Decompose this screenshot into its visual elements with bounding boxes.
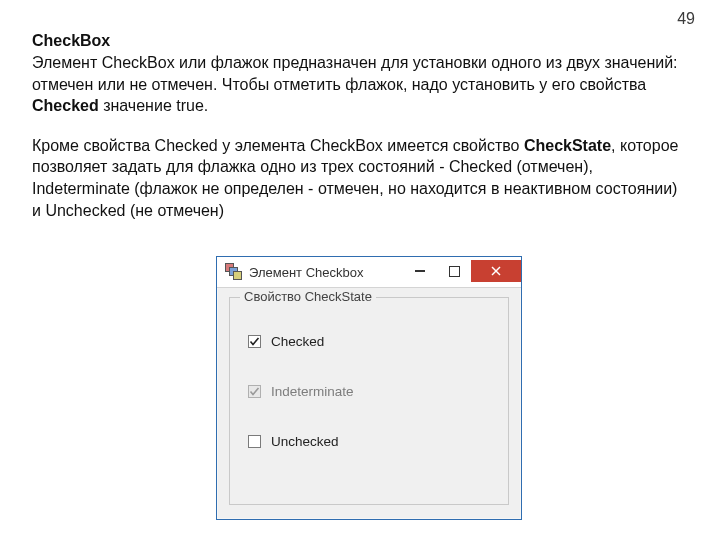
maximize-button[interactable] [437, 260, 471, 282]
document-body: CheckBox Элемент CheckBox или флажок пре… [32, 32, 688, 239]
checkbox-indeterminate[interactable] [248, 385, 261, 398]
app-icon [225, 263, 243, 281]
close-icon [491, 266, 501, 276]
groupbox-checkstate: Свойство CheckState Checked Indeterminat… [229, 297, 509, 505]
minimize-button[interactable] [403, 260, 437, 282]
paragraph-1-text-a: Элемент CheckBox или флажок предназначен… [32, 54, 678, 93]
checkbox-label-indeterminate: Indeterminate [271, 384, 354, 399]
window-title: Элемент Checkbox [249, 265, 363, 280]
paragraph-1-bold: Checked [32, 97, 99, 114]
page-number: 49 [677, 10, 695, 28]
checkmark-icon [249, 336, 260, 347]
checkbox-row-unchecked[interactable]: Unchecked [248, 434, 339, 449]
checkbox-label-checked: Checked [271, 334, 324, 349]
checkbox-label-unchecked: Unchecked [271, 434, 339, 449]
groupbox-title: Свойство CheckState [240, 289, 376, 304]
heading-checkbox: CheckBox [32, 32, 688, 50]
paragraph-1-text-b: значение true. [99, 97, 209, 114]
titlebar[interactable]: Элемент Checkbox [217, 257, 521, 288]
window-client-area: Свойство CheckState Checked Indeterminat… [217, 287, 521, 519]
checkbox-row-checked[interactable]: Checked [248, 334, 324, 349]
minimize-icon [415, 270, 425, 272]
example-window: Элемент Checkbox Свойство CheckState [216, 256, 522, 520]
checkbox-row-indeterminate[interactable]: Indeterminate [248, 384, 354, 399]
paragraph-2: Кроме свойства Checked у элемента CheckB… [32, 135, 688, 221]
checkbox-checked[interactable] [248, 335, 261, 348]
paragraph-1: Элемент CheckBox или флажок предназначен… [32, 52, 688, 117]
maximize-icon [449, 266, 460, 277]
checkmark-icon [249, 386, 260, 397]
checkbox-unchecked[interactable] [248, 435, 261, 448]
paragraph-2-text-a: Кроме свойства Checked у элемента CheckB… [32, 137, 524, 154]
paragraph-2-bold: CheckState [524, 137, 611, 154]
close-button[interactable] [471, 260, 521, 282]
